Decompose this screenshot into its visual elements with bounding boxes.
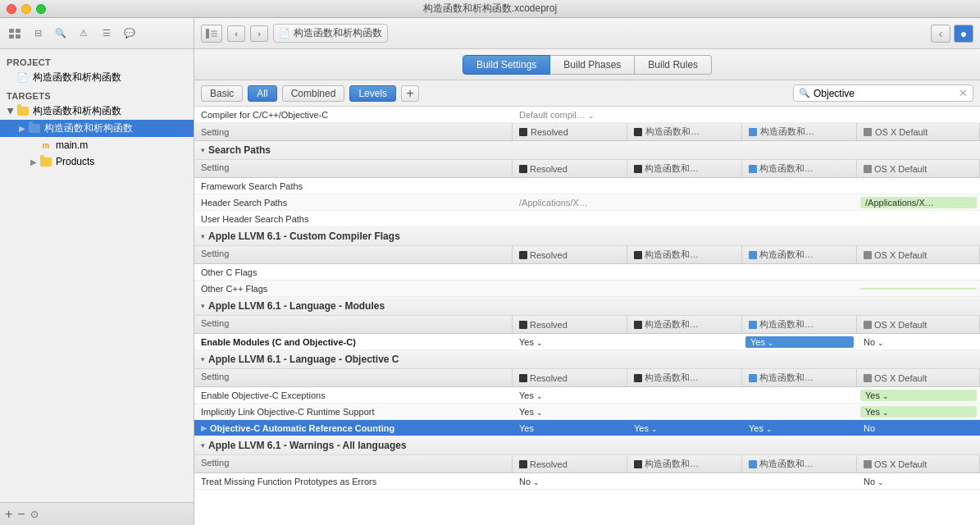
sidebar-grid-icon[interactable] [5, 25, 25, 43]
filter-item-btn[interactable]: ⊙ [30, 509, 39, 519]
all-filter-btn[interactable]: All [248, 85, 276, 102]
objc-section-header[interactable]: ▾ Apple LLVM 6.1 - Language - Objective … [194, 350, 980, 369]
forward-button[interactable]: › [250, 25, 268, 42]
sidebar-item-project[interactable]: 📄 构造函数和析构函数 [0, 69, 194, 86]
col-resolved: Resolved [513, 123, 627, 140]
search-clear-btn[interactable]: ✕ [959, 87, 968, 99]
cf-col-target: 构造函数和… [742, 246, 857, 263]
sidebar-item-products[interactable]: ▶ Products [0, 153, 194, 170]
search-paths-disclosure: ▾ [201, 146, 205, 154]
modules-section-header[interactable]: ▾ Apple LLVM 6.1 - Language - Modules [194, 297, 980, 316]
sp-col-target: 构造函数和… [742, 160, 857, 177]
compiler-flags-section-header[interactable]: ▾ Apple LLVM 6.1 - Custom Compiler Flags [194, 227, 980, 246]
implicitly-link-row[interactable]: Implicitly Link Objective-C Runtime Supp… [194, 404, 980, 420]
search-input[interactable] [814, 88, 955, 99]
add-item-btn[interactable]: + [5, 508, 12, 521]
project-file-icon: 📄 [16, 71, 30, 84]
arc-label: ▶ Objective-C Automatic Reference Counti… [194, 422, 513, 435]
tab-build-phases[interactable]: Build Phases [550, 55, 635, 75]
nav-left-icon[interactable]: ‹ [931, 25, 950, 43]
search-box: 🔍 ✕ [793, 84, 973, 102]
project-group-label: PROJECT [0, 52, 194, 69]
compiler-setting-row[interactable]: Compiler for C/C++/Objective-C Default c… [194, 107, 980, 123]
implicitly-link-os: Yes ⌄ [860, 406, 977, 418]
sidebar-toggle-button[interactable] [201, 25, 222, 43]
tab-build-settings[interactable]: Build Settings [463, 55, 550, 75]
settings-table: Compiler for C/C++/Objective-C Default c… [194, 107, 980, 525]
enable-objc-exc-os: Yes ⌄ [860, 390, 977, 401]
sidebar-warning-icon[interactable]: ⚠ [74, 25, 93, 43]
col-os-default: OS X Default [857, 123, 980, 140]
back-button[interactable]: ‹ [227, 25, 245, 42]
minimize-button[interactable] [21, 4, 31, 14]
levels-filter-btn[interactable]: Levels [349, 85, 396, 102]
user-header-label: User Header Search Paths [194, 212, 513, 226]
sp-col-os: OS X Default [857, 160, 980, 177]
breadcrumb[interactable]: 📄 构造函数和析构函数 [273, 24, 388, 43]
warn-col-setting: Setting [194, 455, 513, 472]
window-title: 构造函数和析构函数.xcodeproj [423, 2, 557, 16]
search-paths-section-header[interactable]: ▾ Search Paths [194, 141, 980, 160]
target-col-icon [749, 128, 757, 136]
sidebar-file-icon[interactable]: ⊟ [28, 25, 48, 43]
close-button[interactable] [7, 4, 16, 14]
main-file-icon: m [39, 139, 52, 152]
col-project-label: 构造函数和… [645, 126, 700, 138]
other-cpp-flags-row[interactable]: Other C++ Flags [194, 281, 980, 297]
disclosure-arrow-target: ▶ [16, 124, 28, 133]
mod-col-os: OS X Default [857, 316, 980, 333]
target-item-label: 构造函数和析构函数 [44, 121, 190, 135]
svg-rect-7 [211, 35, 217, 37]
other-cpp-flags-label: Other C++ Flags [194, 282, 513, 295]
missing-func-os: No ⌄ [857, 475, 980, 488]
nav-right-icon[interactable]: ● [954, 25, 973, 43]
warnings-section-header[interactable]: ▾ Apple LLVM 6.1 - Warnings - All langua… [194, 436, 980, 455]
products-folder-icon [39, 155, 52, 168]
implicitly-link-label: Implicitly Link Objective-C Runtime Supp… [194, 405, 513, 418]
cf-col-setting: Setting [194, 246, 513, 263]
sidebar-chat-icon[interactable]: 💬 [120, 25, 139, 43]
resolved-icon [519, 128, 527, 136]
tab-build-rules[interactable]: Build Rules [635, 55, 712, 75]
mod-col-header: Setting Resolved 构造函数和… 构造函数和… OS X Defa… [194, 316, 980, 334]
header-search-label: Header Search Paths [194, 196, 513, 209]
compiler-resolved: Default compil… ⌄ [513, 108, 627, 121]
remove-item-btn[interactable]: − [17, 508, 25, 521]
user-header-search-row[interactable]: User Header Search Paths [194, 211, 980, 227]
arc-os: No [857, 422, 980, 435]
traffic-lights [7, 4, 46, 14]
other-c-flags-row[interactable]: Other C Flags [194, 264, 980, 281]
combined-filter-btn[interactable]: Combined [282, 85, 345, 102]
sidebar-search-icon[interactable]: 🔍 [51, 25, 71, 43]
project-item-label: 构造函数和析构函数 [33, 71, 190, 84]
add-setting-btn[interactable]: + [401, 85, 419, 102]
sidebar-list-icon[interactable]: ☰ [97, 25, 116, 43]
compiler-flags-disclosure: ▾ [201, 232, 205, 240]
disclosure-products: ▶ [28, 158, 39, 167]
enable-modules-os: No ⌄ [857, 336, 980, 349]
mod-col-resolved: Resolved [513, 316, 627, 333]
arc-row[interactable]: ▶ Objective-C Automatic Reference Counti… [194, 420, 980, 436]
sidebar-item-root-folder[interactable]: ▶ 构造函数和析构函数 [0, 103, 194, 120]
maximize-button[interactable] [36, 4, 46, 14]
column-header-row: Setting Resolved 构造函数和… 构造函数和… OS X Defa… [194, 123, 980, 141]
sidebar-bottom-toolbar: + − ⊙ [0, 502, 194, 525]
enable-modules-row[interactable]: Enable Modules (C and Objective-C) Yes ⌄… [194, 334, 980, 350]
search-paths-col-header: Setting Resolved 构造函数和… 构造函数和… OS X Defa… [194, 160, 980, 178]
missing-function-proto-row[interactable]: Treat Missing Function Prototypes as Err… [194, 473, 980, 490]
framework-search-paths-row[interactable]: Framework Search Paths [194, 178, 980, 194]
basic-filter-btn[interactable]: Basic [201, 85, 243, 102]
right-buttons: ‹ ● [931, 25, 973, 43]
project-col-icon [634, 128, 642, 136]
file-icon-breadcrumb: 📄 [279, 28, 290, 39]
sidebar-item-target[interactable]: ▶ 构造函数和析构函数 [0, 120, 194, 137]
col-os-label: OS X Default [875, 127, 928, 137]
enable-objc-exceptions-row[interactable]: Enable Objective-C Exceptions Yes ⌄ Yes … [194, 387, 980, 404]
header-search-paths-row[interactable]: Header Search Paths /Applications/X… /Ap… [194, 194, 980, 211]
header-search-os: /Applications/X… [860, 197, 977, 208]
titlebar: 构造函数和析构函数.xcodeproj [0, 0, 980, 18]
sidebar-item-main[interactable]: m main.m [0, 137, 194, 153]
os-col-icon [864, 128, 872, 136]
col-target-label: 构造函数和… [760, 126, 814, 138]
enable-objc-exc-resolved: Yes ⌄ [513, 389, 627, 402]
